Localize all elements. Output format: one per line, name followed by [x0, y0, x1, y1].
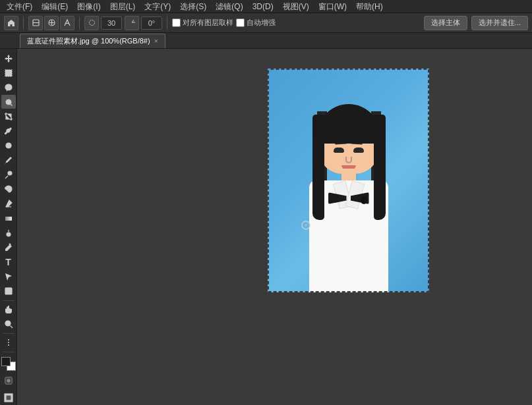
- tool-quick-select[interactable]: [1, 95, 16, 109]
- color-swatches[interactable]: [1, 357, 16, 371]
- menu-3d[interactable]: 3D(D): [249, 0, 278, 13]
- tab-label: 蓝底证件照素材.jpg @ 100%(RGB/8#): [27, 36, 150, 46]
- tool-pen[interactable]: [1, 240, 16, 254]
- menu-view[interactable]: 视图(V): [279, 0, 313, 13]
- menu-file[interactable]: 文件(F): [3, 0, 36, 13]
- separator-2: [79, 16, 80, 30]
- canvas-area[interactable]: [17, 49, 532, 405]
- options-bar: 对所有图层取样 自动增强 选择主体 选并并遗住...: [0, 13, 532, 33]
- tool-extra[interactable]: [1, 336, 16, 350]
- select-subject-button[interactable]: 选择主体: [424, 16, 467, 30]
- toolbar-separator-1: [3, 300, 15, 301]
- tool-zoom[interactable]: [1, 317, 16, 331]
- nose: [345, 157, 352, 163]
- brush-size-icon: [84, 16, 99, 30]
- tool-eyedropper[interactable]: [1, 124, 16, 138]
- tool-clone[interactable]: [1, 168, 16, 182]
- photo-background: [268, 68, 429, 292]
- preset-icon-2[interactable]: [44, 16, 59, 30]
- brush-size-input[interactable]: [101, 16, 122, 30]
- separator-1: [23, 16, 24, 30]
- menu-filter[interactable]: 滤镜(Q): [212, 0, 247, 13]
- tab-bar: 蓝底证件照素材.jpg @ 100%(RGB/8#) ×: [0, 33, 532, 49]
- tool-quick-mask[interactable]: [1, 374, 16, 388]
- menu-select[interactable]: 选择(S): [176, 0, 210, 13]
- tool-text[interactable]: T: [1, 255, 16, 269]
- svg-point-4: [89, 20, 94, 26]
- tool-path-select[interactable]: [1, 269, 16, 283]
- tab-close-button[interactable]: ×: [154, 38, 158, 45]
- svg-rect-7: [5, 70, 12, 76]
- tool-shape[interactable]: [1, 284, 16, 298]
- home-icon[interactable]: [4, 16, 18, 30]
- svg-point-22: [8, 342, 9, 343]
- tool-lasso[interactable]: [1, 80, 16, 94]
- person-figure: [293, 95, 405, 292]
- tool-history-brush[interactable]: [1, 182, 16, 196]
- menu-bar: 文件(F) 编辑(E) 图像(I) 图层(L) 文字(Y) 选择(S) 滤镜(Q…: [0, 0, 532, 13]
- foreground-color-swatch[interactable]: [1, 357, 11, 366]
- sample-all-layers-checkbox[interactable]: 对所有图层取样: [172, 18, 233, 28]
- preset-icon-3[interactable]: [60, 16, 74, 30]
- auto-enhance-checkbox[interactable]: 自动增强: [236, 18, 276, 28]
- svg-point-21: [8, 339, 9, 340]
- menu-image[interactable]: 图像(I): [73, 0, 104, 13]
- bow-left: [328, 192, 347, 204]
- angle-input[interactable]: [141, 16, 162, 30]
- menu-edit[interactable]: 编辑(E): [38, 0, 72, 13]
- svg-point-25: [7, 379, 10, 383]
- svg-point-19: [5, 321, 11, 326]
- menu-layer[interactable]: 图层(L): [106, 0, 140, 13]
- tool-move[interactable]: [1, 51, 16, 65]
- select-refine-button[interactable]: 选并并遗住...: [471, 16, 528, 30]
- main-area: T: [0, 49, 532, 405]
- menu-help[interactable]: 帮助(H): [352, 0, 387, 13]
- separator-3: [167, 16, 167, 30]
- tool-screen-mode[interactable]: [1, 391, 16, 405]
- svg-rect-18: [5, 288, 12, 294]
- svg-line-20: [10, 326, 13, 329]
- toolbar-separator-3: [3, 352, 15, 352]
- eye-left: [334, 148, 344, 153]
- angle-icon: [125, 16, 139, 30]
- svg-line-6: [132, 20, 134, 22]
- tool-hand[interactable]: [1, 303, 16, 317]
- bow-tie: [328, 192, 369, 204]
- bow-center: [361, 196, 367, 204]
- tool-eraser[interactable]: [1, 197, 16, 211]
- photo-canvas: [268, 68, 429, 292]
- eye-right: [353, 148, 364, 153]
- left-toolbar: T: [0, 49, 17, 405]
- tool-gradient[interactable]: [1, 211, 16, 225]
- svg-rect-27: [6, 395, 11, 400]
- svg-rect-14: [5, 217, 12, 221]
- document-tab[interactable]: 蓝底证件照素材.jpg @ 100%(RGB/8#) ×: [20, 34, 165, 48]
- menu-window[interactable]: 窗口(W): [314, 0, 351, 13]
- tool-healing[interactable]: [1, 139, 16, 153]
- svg-point-17: [9, 243, 11, 245]
- tool-brush[interactable]: [1, 153, 16, 167]
- tool-crop[interactable]: [1, 109, 16, 123]
- toolbar-separator-2: [3, 333, 15, 334]
- tool-rect-select[interactable]: [1, 66, 16, 80]
- hair-top: [317, 104, 380, 144]
- svg-point-23: [8, 344, 9, 346]
- svg-point-8: [6, 99, 11, 105]
- svg-point-12: [8, 171, 12, 175]
- menu-type[interactable]: 文字(Y): [140, 0, 175, 13]
- tool-dodge[interactable]: [1, 226, 16, 240]
- preset-icons: [28, 16, 74, 30]
- preset-icon-1[interactable]: [28, 16, 43, 30]
- svg-point-15: [7, 232, 11, 236]
